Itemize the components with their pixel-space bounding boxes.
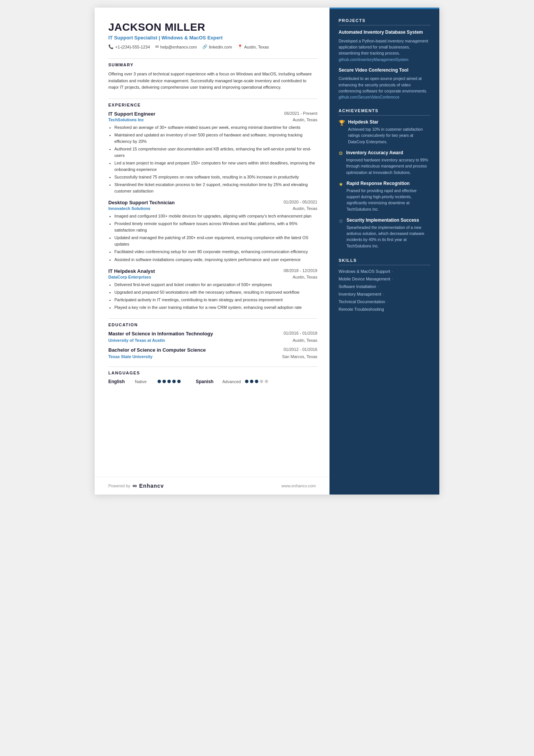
project-desc-2: Contributed to an open-source project ai… xyxy=(339,75,430,94)
achievement-item-2: ⚙ Inventory Accuracy Award Improved hard… xyxy=(339,150,430,175)
job-bullets-1: Resolved an average of 30+ software-rela… xyxy=(108,124,317,194)
job-location-1: Austin, Texas xyxy=(293,117,317,122)
job-date-1: 06/2021 - Present xyxy=(284,111,317,116)
achievement-name-3: Rapid Response Recognition xyxy=(347,181,430,186)
bullet: Successfully trained 75 employees on new… xyxy=(114,174,317,180)
experience-title: EXPERIENCE xyxy=(108,103,317,107)
bullet: Resolved an average of 30+ software-rela… xyxy=(114,124,317,131)
dot xyxy=(265,380,268,383)
project-link-1: github.com/InventoryManagementSystem xyxy=(339,58,430,62)
achievement-item-3: ★ Rapid Response Recognition Praised for… xyxy=(339,181,430,212)
skill-text-6: Remote Troubleshooting xyxy=(339,307,384,311)
edu-location-2: San Marcos, Texas xyxy=(282,354,317,359)
dot xyxy=(260,380,263,383)
skill-text-1: Windows & MacOS Support xyxy=(339,269,390,274)
skill-bullet-4: · xyxy=(383,292,384,296)
bullet: Imaged and configured 100+ mobile device… xyxy=(114,213,317,219)
job-company-3: DataCorp Enterprises xyxy=(108,275,151,279)
job-title-1: IT Support Engineer xyxy=(108,111,155,117)
achievement-name-2: Inventory Accuracy Award xyxy=(346,150,430,155)
job-header-1: IT Support Engineer 06/2021 - Present xyxy=(108,111,317,117)
achievement-desc-1: Achieved top 10% in customer satisfactio… xyxy=(348,126,430,145)
contact-linkedin: 🔗 linkedin.com xyxy=(202,44,232,49)
achievement-content-3: Rapid Response Recognition Praised for p… xyxy=(347,181,430,212)
lang-dots-english xyxy=(158,380,181,383)
project-desc-1: Developed a Python-based inventory manag… xyxy=(339,38,430,56)
summary-text: Offering over 3 years of technical suppo… xyxy=(108,71,317,91)
projects-section: PROJECTS Automated Inventory Database Sy… xyxy=(339,18,430,99)
left-column: JACKSON MILLER IT Support Specialist | W… xyxy=(95,8,329,477)
dot xyxy=(177,380,181,383)
skill-item-6: Remote Troubleshooting xyxy=(339,307,430,311)
company-row-2: Innovatech Solutions Austin, Texas xyxy=(108,206,317,211)
edu-row-1: Master of Science in Information Technol… xyxy=(108,331,317,337)
edu-school-2: Texas State University xyxy=(108,354,153,359)
bullet: Maintained and updated an inventory of o… xyxy=(114,132,317,145)
summary-section: SUMMARY Offering over 3 years of technic… xyxy=(108,58,317,91)
bullet: Led a team project to image and prepare … xyxy=(114,160,317,173)
summary-divider xyxy=(108,58,317,59)
education-divider xyxy=(108,318,317,319)
achievement-name-1: Helpdesk Star xyxy=(348,119,430,125)
bullet: Streamlined the ticket escalation proces… xyxy=(114,182,317,194)
skill-bullet-2: · xyxy=(392,277,393,281)
skill-text-4: Inventory Management xyxy=(339,292,381,296)
bullet: Authored 15 comprehensive user documenta… xyxy=(114,146,317,159)
footer-website: www.enhancv.com xyxy=(281,484,316,488)
bullet: Delivered first-level support and ticket… xyxy=(114,282,317,288)
achievement-desc-3: Praised for providing rapid and effectiv… xyxy=(347,188,430,212)
job-location-2: Austin, Texas xyxy=(293,206,317,211)
company-row-1: TechSolutions Inc Austin, Texas xyxy=(108,117,317,122)
job-entry-1: IT Support Engineer 06/2021 - Present Te… xyxy=(108,111,317,194)
powered-by-text: Powered by xyxy=(108,484,130,488)
footer-left: Powered by ∞ Enhancv xyxy=(108,482,164,489)
skills-section: SKILLS Windows & MacOS Support · Mobile … xyxy=(339,258,430,311)
lang-name-spanish: Spanish xyxy=(196,379,219,384)
skill-text-3: Software Installation xyxy=(339,284,376,289)
skill-bullet-1: · xyxy=(392,269,393,274)
dot xyxy=(172,380,176,383)
achievement-desc-2: Improved hardware inventory accuracy to … xyxy=(346,157,430,175)
education-section: EDUCATION Master of Science in Informati… xyxy=(108,318,317,359)
project-link-2: github.com/SecureVideoConference xyxy=(339,95,430,99)
project-name-2: Secure Video Conferencing Tool xyxy=(339,67,430,74)
job-bullets-3: Delivered first-level support and ticket… xyxy=(108,282,317,311)
enhancv-logo-icon: ∞ xyxy=(133,482,137,489)
link-icon: 🔗 xyxy=(202,44,208,49)
edu-school-row-2: Texas State University San Marcos, Texas xyxy=(108,354,317,359)
dot xyxy=(255,380,258,383)
achievements-section: ACHIEVEMENTS 🏆 Helpdesk Star Achieved to… xyxy=(339,108,430,249)
projects-title: PROJECTS xyxy=(339,18,430,25)
bullet: Upgraded and prepared 50 workstations wi… xyxy=(114,289,317,296)
skill-item-4: Inventory Management · xyxy=(339,292,430,296)
bullet: Provided timely remote support for softw… xyxy=(114,221,317,233)
edu-degree-1: Master of Science in Information Technol… xyxy=(108,331,213,337)
job-company-2: Innovatech Solutions xyxy=(108,206,150,211)
job-date-3: 08/2018 - 12/2019 xyxy=(284,268,317,273)
languages-title: LANGUAGES xyxy=(108,371,317,375)
job-company-1: TechSolutions Inc xyxy=(108,117,144,122)
experience-section: EXPERIENCE IT Support Engineer 06/2021 -… xyxy=(108,99,317,311)
job-title-3: IT Helpdesk Analyst xyxy=(108,268,155,274)
project-entry-1: Automated Inventory Database System Deve… xyxy=(339,29,430,62)
skill-bullet-5: · xyxy=(387,299,388,304)
skills-title: SKILLS xyxy=(339,258,430,265)
project-entry-2: Secure Video Conferencing Tool Contribut… xyxy=(339,67,430,100)
edu-school-row-1: University of Texas at Austin Austin, Te… xyxy=(108,338,317,343)
achievement-item-4: ☆ Security Implementation Success Spearh… xyxy=(339,218,430,249)
skill-text-5: Technical Documentation xyxy=(339,299,385,304)
bullet: Facilitated video conferencing setup for… xyxy=(114,249,317,255)
languages-section: LANGUAGES English Native xyxy=(108,366,317,384)
languages-row: English Native Spanish Advanced xyxy=(108,379,317,384)
job-header-2: Desktop Support Technician 01/2020 - 05/… xyxy=(108,200,317,205)
job-entry-3: IT Helpdesk Analyst 08/2018 - 12/2019 Da… xyxy=(108,268,317,311)
dot xyxy=(162,380,166,383)
star-filled-icon: ★ xyxy=(339,181,344,187)
edu-row-2: Bachelor of Science in Computer Science … xyxy=(108,347,317,353)
job-location-3: Austin, Texas xyxy=(293,275,317,279)
bullet: Assisted in software installations compa… xyxy=(114,257,317,263)
lang-level-spanish: Advanced xyxy=(222,379,241,384)
job-entry-2: Desktop Support Technician 01/2020 - 05/… xyxy=(108,200,317,263)
lang-item-spanish: Spanish Advanced xyxy=(196,379,268,384)
lang-item-english: English Native xyxy=(108,379,181,384)
